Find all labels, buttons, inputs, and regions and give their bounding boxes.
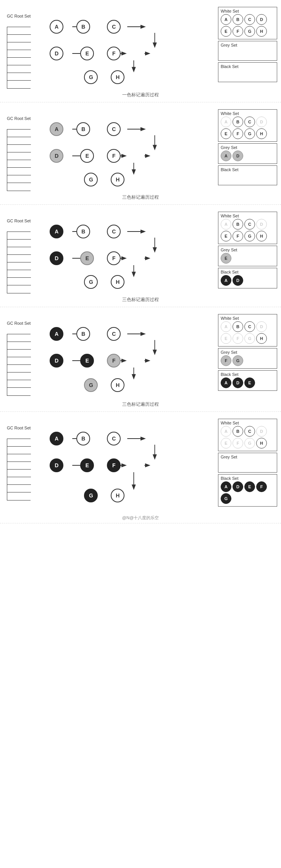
node-E: E [80,354,94,368]
snode-H: H [256,231,267,241]
section-3: GC Root Set [0,205,281,307]
diagram-2: GC Root Set [0,102,281,194]
snode-B: B [233,426,243,437]
node-B: B [76,20,90,34]
gc-root-label-3: GC Root Set [7,219,31,223]
gc-cell [7,81,31,88]
snode-A-faded: A [221,117,231,127]
snode-C: C [244,219,255,230]
black-set-label-4: Black Set [221,372,275,377]
node-F: F [107,354,121,368]
node-H: H [111,70,124,84]
snode-A: A [221,377,231,388]
white-set-nodes-1: A B C D E F G H [221,14,275,37]
node-B: B [76,225,90,238]
black-set-nodes-5: A D E F G [221,481,275,504]
snode-G: G [244,231,255,241]
snode-D: D [233,275,243,286]
node-C: C [107,432,121,445]
gc-cell [7,50,31,58]
node-F: F [107,47,121,60]
gc-cell [7,365,31,372]
gc-root-wrapper-4: GC Root Set [4,314,31,396]
black-set-label-2: Black Set [221,167,275,172]
snode-A: A [221,14,231,25]
node-B: B [76,327,90,341]
snode-E: E [221,231,231,241]
white-set-label-2: White Set [221,111,275,116]
caption-1: 一色标记遍历过程 [0,92,281,100]
snode-F-f: F [233,438,243,449]
snode-C: C [244,14,255,25]
gc-cell [7,462,31,470]
black-set-box-3: Black Set A D [218,268,277,288]
snode-B: B [233,14,243,25]
white-set-nodes-4: A B C D E F G H [221,321,275,344]
gc-root-label-5: GC Root Set [7,426,31,430]
sets-3: White Set A B C D E F G H Grey Set E [218,212,277,288]
snode-F: F [233,26,243,37]
black-set-label-1: Black Set [221,64,275,69]
diagram-5: GC Root Set [0,412,281,513]
node-A: A [50,122,63,136]
snode-D: D [233,377,243,388]
node-F: F [107,251,121,265]
node-D: D [50,251,63,265]
node-G: G [84,173,98,186]
snode-F-f: F [233,333,243,344]
snode-G: G [221,493,231,504]
caption-2: 三色标记遍历过程 [0,194,281,203]
snode-H: H [256,128,267,139]
snode-A-f: A [221,426,231,437]
sets-5: White Set A B C D E F G H Grey Set Black… [218,419,277,507]
gc-cell [7,372,31,380]
black-set-box-2: Black Set [218,165,277,185]
node-F: F [107,149,121,163]
gc-cell [7,35,31,42]
gc-cell [7,285,31,293]
black-set-nodes-4: A D E [221,377,275,388]
grey-set-label-3: Grey Set [221,248,275,252]
black-set-box-1: Black Set [218,62,277,82]
node-E: E [80,149,94,163]
node-G: G [84,70,98,84]
snode-E: E [221,253,231,264]
snode-E-f: E [221,333,231,344]
snode-D-faded: D [256,117,267,127]
node-B: B [76,122,90,136]
section-5: GC Root Set [0,412,281,523]
caption-5: @N@十八度的乐空 [0,513,281,521]
white-set-box-5: White Set A B C D E F G H [218,419,277,451]
gc-cell [7,255,31,262]
gc-root-table-2 [7,129,31,191]
section-1: GC Root Set [0,0,281,102]
gc-root-wrapper-3: GC Root Set [4,212,31,293]
grey-set-box-5: Grey Set [218,453,277,473]
gc-cell [7,492,31,500]
node-A: A [50,327,63,341]
white-set-label-5: White Set [221,421,275,425]
snode-E-f: E [221,438,231,449]
white-set-label-1: White Set [221,9,275,13]
snode-D: D [233,481,243,492]
gc-root-table-1 [7,27,31,89]
diagram-1: GC Root Set [0,0,281,92]
grey-set-label-1: Grey Set [221,43,275,47]
gc-cell [7,232,31,240]
grey-set-nodes-3: E [221,253,275,264]
node-C: C [107,20,121,34]
black-set-label-5: Black Set [221,476,275,481]
gc-root-table-3 [7,232,31,293]
gc-root-label-4: GC Root Set [7,321,31,326]
grey-set-label-2: Grey Set [221,145,275,150]
gc-cell [7,73,31,81]
gc-root-label-1: GC Root Set [7,14,31,18]
gc-cell [7,270,31,278]
graph-2: A B C D E F G H [31,109,218,189]
gc-cell [7,168,31,175]
grey-set-box-4: Grey Set F G [218,348,277,369]
white-set-label-4: White Set [221,316,275,321]
gc-cell [7,130,31,137]
gc-cell [7,183,31,191]
white-set-box-4: White Set A B C D E F G H [218,314,277,347]
